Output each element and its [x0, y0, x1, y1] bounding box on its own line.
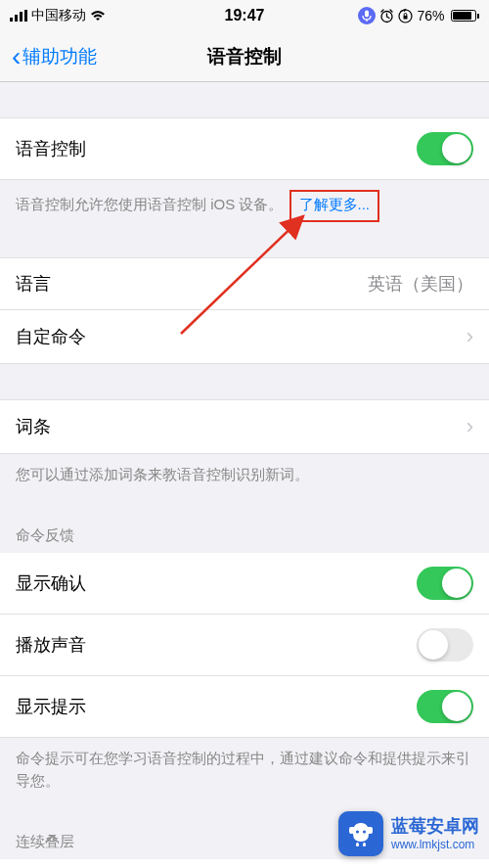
svg-rect-13: [363, 843, 366, 846]
signal-icon: [10, 10, 27, 22]
voice-control-switch[interactable]: [417, 132, 473, 165]
learn-more-link[interactable]: 了解更多...: [299, 196, 371, 212]
feedback-footer: 命令提示可在您学习语音控制的过程中，通过建议命令和提供提示来引导您。: [0, 738, 489, 792]
vocabulary-footer: 您可以通过添加词条来教语音控制识别新词。: [0, 454, 489, 486]
language-row[interactable]: 语言 英语（美国）: [0, 257, 489, 310]
svg-rect-5: [365, 11, 369, 18]
voice-control-row: 语音控制: [0, 117, 489, 180]
svg-rect-0: [10, 18, 13, 22]
annotation-highlight: 了解更多...: [289, 190, 380, 222]
custom-commands-label: 自定命令: [16, 325, 86, 348]
svg-rect-8: [404, 16, 408, 20]
mic-indicator-icon: [358, 7, 376, 24]
watermark-icon: [338, 811, 383, 856]
watermark-url: www.lmkjst.com: [391, 838, 479, 851]
vocabulary-label: 词条: [16, 415, 51, 438]
feedback-header: 命令反馈: [0, 521, 489, 553]
overlay-row[interactable]: 叠层 无 ›: [0, 859, 489, 868]
svg-rect-12: [356, 843, 359, 846]
language-label: 语言: [16, 272, 51, 296]
alarm-icon: [379, 9, 394, 23]
vocabulary-row[interactable]: 词条 ›: [0, 399, 489, 454]
back-label: 辅助功能: [22, 44, 97, 69]
svg-point-10: [356, 830, 359, 833]
custom-commands-row[interactable]: 自定命令 ›: [0, 310, 489, 364]
status-bar: 中国移动 19:47 76%: [0, 0, 489, 31]
play-sound-switch[interactable]: [417, 628, 473, 662]
svg-rect-1: [15, 15, 18, 22]
show-confirmation-switch[interactable]: [417, 567, 473, 600]
chevron-right-icon: ›: [467, 414, 473, 439]
voice-control-footer: 语音控制允许您使用语音控制 iOS 设备。 了解更多...: [0, 180, 489, 222]
svg-rect-3: [24, 10, 27, 22]
back-button[interactable]: ‹ 辅助功能: [4, 43, 105, 70]
chevron-left-icon: ‹: [12, 43, 21, 70]
play-sound-label: 播放声音: [16, 633, 86, 657]
svg-rect-2: [20, 12, 22, 22]
svg-point-11: [363, 830, 366, 833]
show-hints-row: 显示提示: [0, 676, 489, 738]
watermark-title: 蓝莓安卓网: [391, 816, 479, 838]
chevron-right-icon: ›: [467, 324, 473, 349]
voice-control-label: 语音控制: [16, 137, 86, 160]
battery-pct: 76%: [417, 8, 444, 23]
battery-icon: [448, 10, 479, 22]
nav-bar: ‹ 辅助功能 语音控制: [0, 31, 489, 82]
show-hints-label: 显示提示: [16, 695, 86, 718]
watermark: 蓝莓安卓网 www.lmkjst.com: [338, 811, 479, 856]
status-left: 中国移动: [10, 7, 225, 24]
show-hints-switch[interactable]: [417, 690, 473, 723]
voice-control-footer-text: 语音控制允许您使用语音控制 iOS 设备。: [16, 196, 283, 212]
lock-icon: [398, 9, 413, 23]
status-right: 76%: [264, 7, 479, 24]
show-confirmation-row: 显示确认: [0, 553, 489, 615]
status-time: 19:47: [225, 7, 265, 24]
carrier-label: 中国移动: [31, 7, 86, 24]
language-value: 英语（美国）: [368, 272, 473, 296]
wifi-icon: [90, 10, 106, 22]
play-sound-row: 播放声音: [0, 615, 489, 676]
show-confirmation-label: 显示确认: [16, 571, 86, 595]
